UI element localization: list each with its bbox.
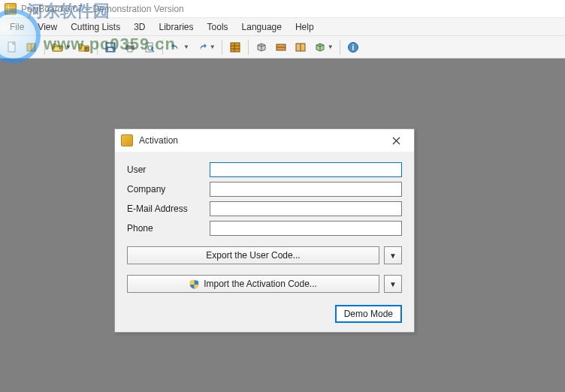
export-user-code-button[interactable]: Export the User Code... xyxy=(127,246,379,264)
user-row: User xyxy=(127,162,402,177)
menu-libraries[interactable]: Libraries xyxy=(153,20,201,35)
svg-rect-3 xyxy=(85,47,89,51)
cutting-list-icon[interactable] xyxy=(226,38,244,56)
dialog-footer: Demo Mode xyxy=(127,305,402,323)
export-row: Export the User Code... ▼ xyxy=(127,246,402,264)
undo-dropdown[interactable]: ▼ xyxy=(167,38,192,56)
menu-3d[interactable]: 3D xyxy=(127,20,152,35)
separator-icon xyxy=(222,40,222,55)
separator-icon xyxy=(340,40,340,55)
menu-help[interactable]: Help xyxy=(289,20,321,35)
window-title: PolyBoard 6.07 – Demonstration Version xyxy=(21,4,184,14)
svg-rect-5 xyxy=(107,44,113,47)
open-dropdown[interactable]: ▼ xyxy=(49,38,74,56)
panel-icon[interactable] xyxy=(292,38,310,56)
menu-file[interactable]: File xyxy=(3,20,31,35)
titlebar: PolyBoard 6.07 – Demonstration Version xyxy=(0,0,565,18)
material-icon[interactable] xyxy=(272,38,290,56)
separator-icon xyxy=(248,40,249,55)
menu-cutting-lists[interactable]: Cutting Lists xyxy=(64,20,127,35)
activation-dialog: Activation User Company E-Mail Address P… xyxy=(114,128,415,333)
dialog-title: Activation xyxy=(139,135,178,146)
svg-rect-6 xyxy=(108,48,113,51)
dialog-icon xyxy=(121,134,133,146)
info-icon[interactable]: i xyxy=(344,38,362,56)
company-input[interactable] xyxy=(210,182,402,197)
import-label: Import the Activation Code... xyxy=(204,279,317,289)
phone-label: Phone xyxy=(127,223,210,234)
menu-view[interactable]: View xyxy=(31,20,64,35)
company-row: Company xyxy=(127,182,402,197)
new-file-icon[interactable] xyxy=(3,38,21,56)
3d-view-icon[interactable] xyxy=(252,38,270,56)
svg-rect-8 xyxy=(128,43,132,46)
import-row: Import the Activation Code... ▼ xyxy=(127,275,402,293)
svg-rect-9 xyxy=(128,49,132,52)
open-folder-icon[interactable] xyxy=(49,38,67,56)
dialog-titlebar: Activation xyxy=(115,129,414,152)
export-dropdown-icon[interactable]: ▼ xyxy=(384,246,402,264)
cube-dropdown[interactable]: ▼ xyxy=(311,38,336,56)
user-input[interactable] xyxy=(210,162,402,177)
svg-rect-13 xyxy=(231,43,240,52)
import-dropdown-icon[interactable]: ▼ xyxy=(384,275,402,293)
menubar: File View Cutting Lists 3D Libraries Too… xyxy=(0,18,565,36)
separator-icon xyxy=(97,40,98,55)
email-input[interactable] xyxy=(210,201,402,216)
preview-icon[interactable] xyxy=(140,38,159,56)
separator-icon xyxy=(44,40,45,55)
workspace: Activation User Company E-Mail Address P… xyxy=(0,59,565,392)
close-icon[interactable] xyxy=(381,131,411,150)
demo-mode-button[interactable]: Demo Mode xyxy=(335,305,402,323)
import-activation-code-button[interactable]: Import the Activation Code... xyxy=(127,275,379,293)
redo-icon[interactable] xyxy=(193,38,211,56)
separator-icon xyxy=(162,40,163,55)
email-row: E-Mail Address xyxy=(127,201,402,216)
print-icon[interactable] xyxy=(121,38,139,56)
svg-text:i: i xyxy=(352,44,354,52)
email-label: E-Mail Address xyxy=(127,204,210,214)
cube-icon[interactable] xyxy=(311,38,329,56)
user-label: User xyxy=(127,164,210,175)
phone-row: Phone xyxy=(127,221,402,236)
undo-icon[interactable] xyxy=(167,38,185,56)
shield-icon xyxy=(189,279,199,289)
export-label: Export the User Code... xyxy=(206,250,300,261)
menu-language[interactable]: Language xyxy=(235,20,289,35)
redo-dropdown[interactable]: ▼ xyxy=(193,38,218,56)
new-cabinet-icon[interactable] xyxy=(23,38,41,56)
open-library-icon[interactable] xyxy=(75,38,93,56)
toolbar: ▼ ▼ ▼ ▼ xyxy=(0,36,565,59)
company-label: Company xyxy=(127,184,210,194)
phone-input[interactable] xyxy=(210,221,402,236)
dialog-body: User Company E-Mail Address Phone Export… xyxy=(115,152,414,332)
save-icon[interactable] xyxy=(101,38,119,56)
app-icon xyxy=(5,3,17,15)
menu-tools[interactable]: Tools xyxy=(201,20,235,35)
